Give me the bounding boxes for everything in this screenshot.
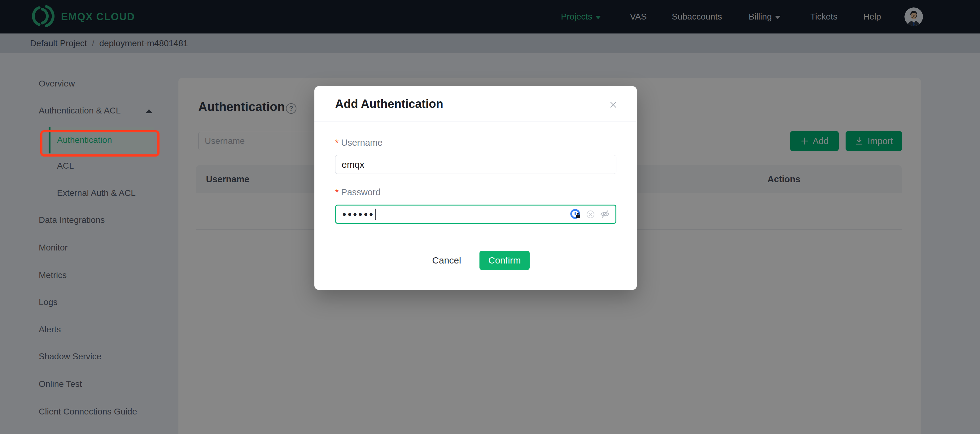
confirm-button[interactable]: Confirm — [479, 251, 530, 270]
add-authentication-dialog: Add Authentication * Username * Password… — [314, 86, 637, 290]
password-input[interactable]: ●●●●●● — [335, 204, 616, 224]
clear-input-icon[interactable] — [586, 210, 595, 219]
username-input[interactable] — [335, 155, 616, 174]
close-button[interactable] — [607, 99, 619, 111]
password-manager-icon[interactable] — [570, 209, 581, 220]
required-marker: * — [335, 187, 339, 198]
dialog-title: Add Authentication — [335, 97, 443, 111]
field-label-text: Username — [341, 138, 382, 148]
toggle-password-visibility-icon[interactable] — [600, 209, 610, 219]
dialog-header-divider — [314, 121, 637, 122]
password-masked-value: ●●●●●● — [342, 211, 374, 218]
username-field-label: * Username — [335, 138, 382, 148]
field-label-text: Password — [341, 187, 380, 198]
annotation-highlight-box — [40, 130, 159, 156]
required-marker: * — [335, 138, 339, 148]
password-field-label: * Password — [335, 187, 381, 198]
cancel-button[interactable]: Cancel — [428, 251, 465, 270]
close-icon — [608, 99, 619, 110]
text-cursor — [375, 209, 376, 220]
